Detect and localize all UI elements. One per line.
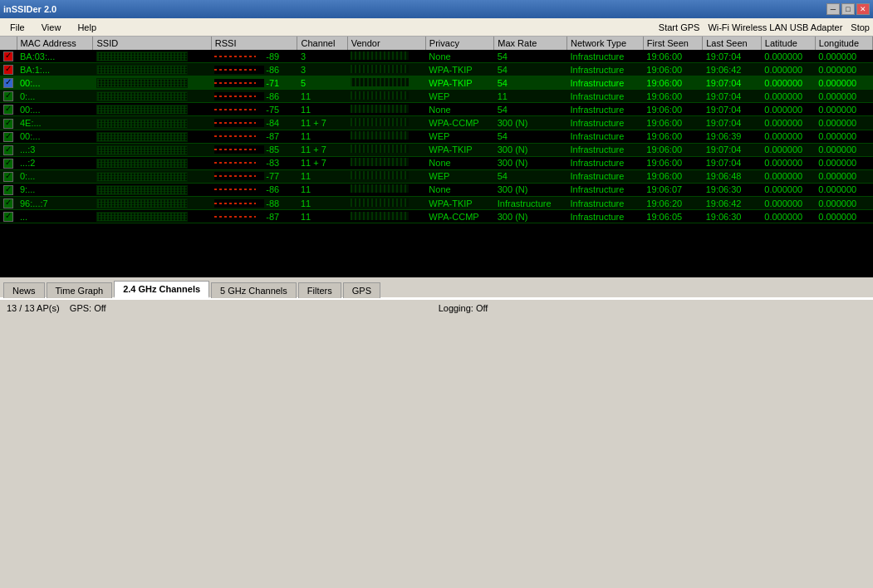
col-channel[interactable]: Channel <box>297 37 347 50</box>
table-row[interactable]: BA:1:... -86 3 WPA-TKIP 54 Infras <box>0 63 873 76</box>
table-row[interactable]: 0:... -86 11 WEP 11 Infrastructur <box>0 90 873 103</box>
mac-cell: 00:... <box>17 103 93 116</box>
restore-button[interactable]: □ <box>841 3 855 15</box>
app-title: inSSIDer 2.0 <box>3 4 56 14</box>
vendor-cell <box>347 156 425 169</box>
tab-news[interactable]: News <box>3 282 45 298</box>
col-firstseen[interactable]: First Seen <box>643 37 702 50</box>
tab-5ghz[interactable]: 5 GHz Channels <box>211 282 297 298</box>
row-checkbox-cell[interactable] <box>0 50 17 63</box>
ssid-cell <box>93 197 211 210</box>
ssid-cell <box>93 143 211 156</box>
row-checkbox-cell[interactable] <box>0 103 17 116</box>
table-row[interactable]: ...:2 -83 11 + 7 None 300 (N) Inf <box>0 156 873 169</box>
menu-file[interactable]: File <box>3 21 32 34</box>
row-checkbox-cell[interactable] <box>0 63 17 76</box>
row-checkbox-cell[interactable] <box>0 90 17 103</box>
channel-cell: 11 <box>297 210 347 223</box>
row-checkbox[interactable] <box>3 65 13 75</box>
row-checkbox[interactable] <box>3 212 13 222</box>
lat-cell: 0.000000 <box>761 197 815 210</box>
menu-view[interactable]: View <box>35 21 68 34</box>
vendor-cell <box>347 143 425 156</box>
maxrate-cell: 300 (N) <box>494 116 567 130</box>
row-checkbox[interactable] <box>3 78 13 88</box>
table-row[interactable]: 00:... -87 11 WEP 54 Infrastructu <box>0 130 873 143</box>
start-gps-button[interactable]: Start GPS <box>659 22 700 32</box>
col-mac[interactable]: MAC Address <box>17 37 93 50</box>
nettype-cell: Infrastructure <box>567 130 644 143</box>
col-lastseen[interactable]: Last Seen <box>703 37 762 50</box>
table-row[interactable]: 96:...:7 -88 11 WPA-TKIP Infrastructure <box>0 197 873 210</box>
row-checkbox[interactable] <box>3 105 13 115</box>
stop-button[interactable]: Stop <box>851 22 870 32</box>
firstseen-cell: 19:06:00 <box>643 156 702 169</box>
table-row[interactable]: ... -87 11 WPA-CCMP 300 (N) Infra <box>0 210 873 223</box>
table-header-row: MAC Address SSID RSSI Channel Vendor Pri… <box>0 37 873 50</box>
tab-24ghz[interactable]: 2.4 GHz Channels <box>114 281 209 298</box>
channel-cell: 11 <box>297 130 347 143</box>
channel-cell: 11 <box>297 183 347 196</box>
tabs-bar: News Time Graph 2.4 GHz Channels 5 GHz C… <box>0 277 873 299</box>
rssi-cell: -75 <box>211 103 297 116</box>
col-vendor[interactable]: Vendor <box>347 37 425 50</box>
row-checkbox[interactable] <box>3 91 13 101</box>
col-lon[interactable]: Longitude <box>815 37 872 50</box>
table-body: BA:03:... -89 3 None 54 Infrastru <box>0 50 873 223</box>
lastseen-cell: 19:06:42 <box>703 63 762 76</box>
table-row[interactable]: 00:... -75 11 None 54 Infrastruct <box>0 103 873 116</box>
row-checkbox-cell[interactable] <box>0 210 17 223</box>
table-scroll[interactable]: MAC Address SSID RSSI Channel Vendor Pri… <box>0 37 873 223</box>
row-checkbox[interactable] <box>3 159 13 169</box>
tab-filters[interactable]: Filters <box>298 282 341 298</box>
row-checkbox-cell[interactable] <box>0 76 17 90</box>
table-row[interactable]: 4E:... -84 11 + 7 WPA-CCMP 300 (N) <box>0 116 873 130</box>
row-checkbox[interactable] <box>3 198 13 208</box>
row-checkbox-cell[interactable] <box>0 156 17 169</box>
row-checkbox[interactable] <box>3 51 13 61</box>
menu-help[interactable]: Help <box>71 21 103 34</box>
row-checkbox-cell[interactable] <box>0 197 17 210</box>
row-checkbox-cell[interactable] <box>0 116 17 130</box>
table-row[interactable]: 00:... -71 5 WPA-TKIP 54 Infrastr <box>0 76 873 90</box>
minimize-button[interactable]: ─ <box>826 3 840 15</box>
ssid-cell <box>93 50 211 63</box>
row-checkbox[interactable] <box>3 119 13 129</box>
row-checkbox[interactable] <box>3 172 13 182</box>
channel-cell: 11 + 7 <box>297 156 347 169</box>
maxrate-cell: 54 <box>494 103 567 116</box>
col-nettype[interactable]: Network Type <box>567 37 644 50</box>
vendor-cell <box>347 103 425 116</box>
col-ssid[interactable]: SSID <box>93 37 211 50</box>
mac-cell: 00:... <box>17 130 93 143</box>
col-rssi[interactable]: RSSI <box>211 37 297 50</box>
row-checkbox[interactable] <box>3 145 13 155</box>
row-checkbox[interactable] <box>3 185 13 195</box>
col-lat[interactable]: Latitude <box>761 37 815 50</box>
table-row[interactable]: ...:3 -85 11 + 7 WPA-TKIP 300 (N) <box>0 143 873 156</box>
vendor-cell <box>347 90 425 103</box>
lastseen-cell: 19:07:04 <box>703 116 762 130</box>
vendor-cell <box>347 210 425 223</box>
privacy-cell: WPA-TKIP <box>425 197 493 210</box>
row-checkbox-cell[interactable] <box>0 169 17 183</box>
close-button[interactable]: ✕ <box>856 3 870 15</box>
col-maxrate[interactable]: Max Rate <box>494 37 567 50</box>
table-row[interactable]: 9:... -86 11 None 300 (N) Infrast <box>0 183 873 196</box>
privacy-cell: WPA-CCMP <box>425 210 493 223</box>
lon-cell: 0.000000 <box>815 76 872 90</box>
col-privacy[interactable]: Privacy <box>425 37 493 50</box>
table-row[interactable]: 0:... -77 11 WEP 54 Infrastructur <box>0 169 873 183</box>
row-checkbox-cell[interactable] <box>0 130 17 143</box>
nettype-cell: Infrastructure <box>567 90 644 103</box>
nettype-cell: Infrastructure <box>567 50 644 63</box>
tab-time-graph[interactable]: Time Graph <box>47 282 113 298</box>
table-row[interactable]: BA:03:... -89 3 None 54 Infrastru <box>0 50 873 63</box>
row-checkbox[interactable] <box>3 132 13 142</box>
nettype-cell: Infrastructure <box>567 103 644 116</box>
row-checkbox-cell[interactable] <box>0 183 17 196</box>
ap-count: 13 / 13 AP(s) GPS: Off <box>7 303 106 313</box>
tab-gps[interactable]: GPS <box>343 282 380 298</box>
nettype-cell: Infrastructure <box>567 63 644 76</box>
row-checkbox-cell[interactable] <box>0 143 17 156</box>
